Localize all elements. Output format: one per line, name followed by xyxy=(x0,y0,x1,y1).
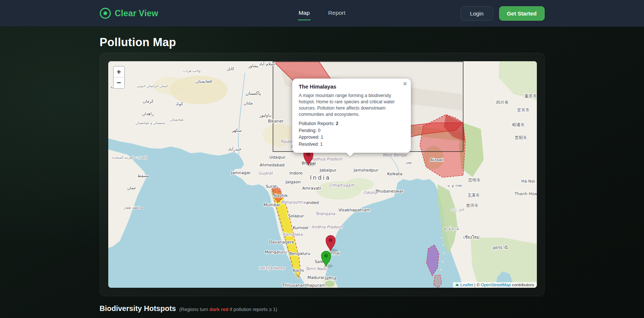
map-label: زاهدان xyxy=(142,111,153,116)
popup-pending: Pending: 0 xyxy=(299,128,404,134)
zoom-in-button[interactable]: + xyxy=(114,67,124,77)
zoom-control: + − xyxy=(113,66,125,89)
popup-close-button[interactable]: × xyxy=(403,80,407,87)
nav-link-map[interactable]: Map xyxy=(298,6,310,20)
zoom-out-button[interactable]: − xyxy=(114,77,124,88)
map-label: Bikaner xyxy=(268,119,284,124)
map-label: Hà Nội xyxy=(521,179,535,184)
map-label: بلوچستان xyxy=(170,117,184,121)
map-label: اسلام آباد xyxy=(259,61,275,66)
map-label: Kolkata xyxy=(387,172,402,176)
map-label: مسقط xyxy=(137,173,149,178)
map-label: อุดรธานี xyxy=(493,245,508,250)
map-label: Ahmedabad xyxy=(259,163,284,167)
map-label: West Bengal xyxy=(382,153,407,158)
map-label: Tamil Nadu xyxy=(305,266,327,271)
map-label: Amravati xyxy=(302,186,321,191)
get-started-button[interactable]: Get Started xyxy=(499,6,545,21)
map-label: Jamshedpur xyxy=(353,168,378,173)
osm-link[interactable]: OpenStreetMap xyxy=(481,283,511,287)
map-label: سیستان و بلوچستان xyxy=(135,121,165,125)
map-label: حیدرآباد xyxy=(228,146,241,152)
map-label: 宜宾市 xyxy=(517,108,529,113)
hotspots-section-note: (Regions turn dark red if pollution repo… xyxy=(179,307,277,312)
map-label: Mumbai xyxy=(263,203,280,207)
map-label: ঢাকা xyxy=(405,161,412,166)
attribution-suffix: contributors xyxy=(512,283,534,287)
map-label: Madhya Pradesh xyxy=(310,157,342,162)
map-label: Jalgaon xyxy=(285,180,300,184)
nav-actions: Login Get Started xyxy=(460,6,545,21)
map-label: استان خراسان جنوبی xyxy=(136,84,168,88)
map-label: 昭通市 xyxy=(512,122,524,127)
map-label: Karnataka xyxy=(283,232,303,236)
dark-red-highlight: dark red xyxy=(209,307,228,312)
map-label: افغانستان xyxy=(195,79,212,84)
map-label: Solapur xyxy=(288,214,304,218)
map-label: Thiruvananthapuram xyxy=(282,283,326,288)
attribution-separator: | © xyxy=(474,283,480,287)
main-nav: Map Report xyxy=(298,6,346,20)
popup-description: A major mountain range forming a biodive… xyxy=(299,93,404,118)
map-label: پشاور xyxy=(248,63,258,68)
map-popup: × The Himalayas A major mountain range f… xyxy=(292,79,411,153)
map-label: Kurnool xyxy=(293,225,308,230)
map-label: Andhra Pradesh xyxy=(311,225,342,229)
map-label: 普洱市 xyxy=(466,203,478,208)
map-label: Chhattisgarh xyxy=(329,183,354,188)
map-label: Maharashtra xyxy=(280,200,305,204)
leaflet-link[interactable]: Leaflet xyxy=(460,283,473,287)
map-label: မန္တလေး xyxy=(446,183,462,188)
nav-link-report[interactable]: Report xyxy=(327,6,346,20)
map-label: Lakshadweep xyxy=(258,266,286,270)
login-button[interactable]: Login xyxy=(460,6,493,21)
map-label: 玉溪市 xyxy=(467,193,479,198)
brand-logo-icon xyxy=(100,8,111,19)
hotspots-section-title: Biodiversity Hotspots xyxy=(100,304,176,313)
map-label: Jabalpur xyxy=(319,168,337,173)
map-label: عمان xyxy=(127,186,136,190)
map-label: Udaipur xyxy=(269,155,286,160)
popup-resolved: Resolved: 1 xyxy=(299,141,404,147)
map-label: Telangana xyxy=(315,211,335,216)
map-label: Gujarat xyxy=(258,171,273,176)
map-label: Indore xyxy=(289,171,303,176)
map-label: နေပြည်တော် xyxy=(450,208,464,212)
map-label: Surat xyxy=(266,184,277,189)
map-label: India xyxy=(310,174,330,181)
leaflet-map[interactable]: BikanerKotaUdaipurAhmedabadJamnagarSurat… xyxy=(108,61,537,288)
map-label: 贵阳市 xyxy=(514,135,527,140)
map-label: Mangaluru xyxy=(265,250,286,255)
map-label: پاکستان xyxy=(245,90,261,96)
map-card: BikanerKotaUdaipurAhmedabadJamnagarSurat… xyxy=(100,53,545,296)
map-label: Madurai xyxy=(307,275,324,280)
map-label: محافظة ظفار xyxy=(123,205,143,210)
brand[interactable]: Clear View xyxy=(100,8,159,19)
map-label: Jamnagar xyxy=(231,170,251,175)
popup-title: The Himalayas xyxy=(299,84,404,90)
map-label: الإمارات العربية المتحدة xyxy=(112,155,147,160)
map-label: کرمان xyxy=(143,99,154,104)
brand-name: Clear View xyxy=(115,8,159,18)
map-label: بہاولپور xyxy=(259,113,272,118)
map-label: 昆明市 xyxy=(468,178,480,183)
map-label: Nashik xyxy=(274,193,288,198)
map-label: Odisha xyxy=(363,190,377,195)
map-label: Bhubaneswar xyxy=(375,189,403,194)
popup-approved: Approved: 1 xyxy=(299,134,404,140)
map-label: کابل xyxy=(226,66,234,71)
map-label: Bengaluru xyxy=(289,251,310,256)
map-attribution: Leaflet | © OpenStreetMap contributors xyxy=(453,282,536,288)
map-label: ရန်ကုန် xyxy=(442,227,459,231)
map-label: Visakhapatnam xyxy=(338,208,370,212)
map-label: เชียงใหม่ xyxy=(463,235,479,240)
popup-stats: Pollution Reports: 2 Pending: 0 Approved… xyxy=(299,121,404,147)
map-label: 重庆市 xyxy=(524,94,536,98)
leaflet-logo-icon xyxy=(455,283,459,286)
map-label: 四川省 xyxy=(496,100,508,105)
map-label: ملتان xyxy=(243,101,253,106)
map-label: Davanagere xyxy=(269,240,294,245)
page-title: Pollution Map xyxy=(100,36,545,49)
navbar: Clear View Map Report Login Get Started xyxy=(0,0,644,27)
map-label: Kochi xyxy=(293,268,304,273)
